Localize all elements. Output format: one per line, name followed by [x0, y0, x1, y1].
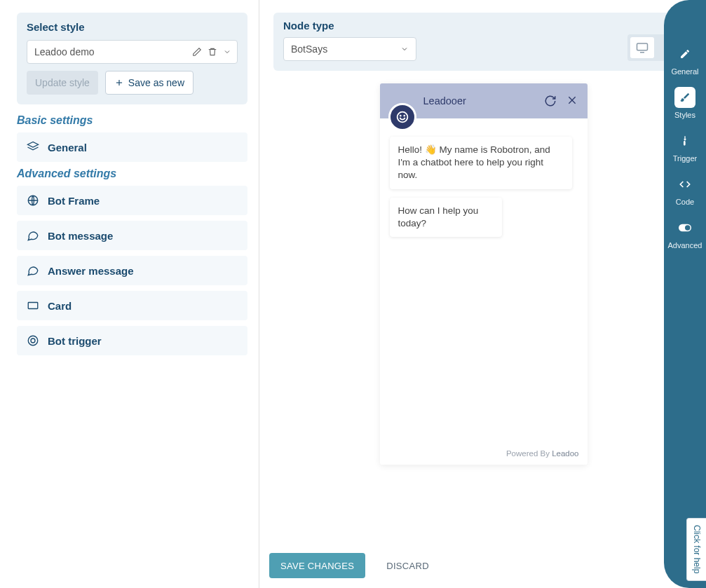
svg-point-15 — [404, 116, 405, 116]
rail-item-styles[interactable]: Styles — [667, 87, 702, 119]
rail-label: Trigger — [673, 154, 697, 163]
svg-rect-7 — [637, 43, 648, 50]
setting-item-label: General — [48, 142, 87, 153]
svg-rect-4 — [28, 303, 38, 309]
setting-item-label: Bot Frame — [48, 195, 100, 207]
setting-item-label: Bot message — [48, 230, 113, 242]
help-tab[interactable]: Click for help — [686, 518, 706, 581]
rail-label: Advanced — [668, 241, 702, 249]
advanced-settings-title: Advanced settings — [17, 167, 247, 180]
node-type-value: BotSays — [291, 43, 327, 55]
toggle-icon — [674, 217, 695, 238]
layers-icon — [25, 141, 41, 153]
rail-item-general[interactable]: General — [667, 43, 702, 76]
close-icon[interactable] — [566, 95, 578, 107]
chevron-down-icon — [400, 45, 409, 53]
rail-item-advanced[interactable]: Advanced — [667, 217, 702, 249]
chat-title: Leadooer — [423, 95, 544, 107]
chevron-down-icon[interactable] — [223, 48, 231, 56]
svg-point-14 — [400, 116, 400, 116]
style-select-value: Leadoo demo — [34, 46, 192, 57]
setting-item-card[interactable]: Card — [17, 291, 247, 320]
refresh-icon[interactable] — [544, 95, 557, 107]
desktop-view-button[interactable] — [630, 37, 654, 58]
node-type-title: Node type — [283, 20, 416, 32]
select-style-title: Select style — [27, 21, 238, 33]
rail-item-code[interactable]: Code — [667, 174, 702, 206]
rail-label: General — [671, 67, 698, 76]
chat-message: How can I help you today? — [390, 198, 502, 237]
pointer-icon — [674, 130, 695, 151]
svg-point-13 — [397, 112, 407, 123]
plus-icon — [114, 78, 124, 88]
select-style-panel: Select style Leadoo demo Upda — [17, 13, 247, 104]
setting-item-general[interactable]: General — [17, 132, 247, 162]
update-style-button: Update style — [27, 71, 98, 95]
rail-item-trigger[interactable]: Trigger — [667, 130, 702, 163]
trash-icon[interactable] — [208, 47, 217, 57]
bottom-actions: SAVE CHANGES DISCARD — [259, 543, 664, 588]
svg-point-17 — [685, 225, 691, 231]
setting-item-bot-message[interactable]: Bot message — [17, 221, 247, 250]
chat-icon — [25, 229, 41, 242]
setting-item-label: Answer message — [48, 265, 134, 277]
node-type-bar: Node type BotSays — [273, 13, 693, 71]
code-icon — [674, 174, 695, 195]
setting-item-answer-message[interactable]: Answer message — [17, 256, 247, 285]
svg-point-6 — [31, 339, 35, 343]
target-icon — [25, 334, 41, 347]
chat-preview: Leadooer Hello! 👋 My name is Rob — [273, 83, 693, 588]
chat-icon — [25, 264, 41, 277]
right-rail: General Styles Trigger Code Advanced — [664, 0, 706, 588]
svg-marker-2 — [28, 142, 39, 148]
powered-by-brand: Leadoo — [552, 449, 578, 458]
chat-footer: Powered By Leadoo — [380, 444, 588, 465]
svg-point-5 — [28, 336, 38, 346]
rail-label: Styles — [674, 111, 695, 119]
save-changes-button[interactable]: SAVE CHANGES — [269, 553, 365, 578]
pencil-icon[interactable] — [192, 47, 202, 57]
chat-body: Hello! 👋 My name is Robotron, and I'm a … — [380, 118, 588, 444]
setting-item-label: Bot trigger — [48, 335, 102, 347]
powered-by-prefix: Powered By — [506, 449, 552, 458]
setting-item-bot-frame[interactable]: Bot Frame — [17, 186, 247, 215]
rail-label: Code — [676, 198, 694, 206]
chat-header: Leadooer — [380, 83, 588, 118]
style-select[interactable]: Leadoo demo — [27, 40, 238, 64]
node-type-select[interactable]: BotSays — [283, 37, 416, 61]
chat-window: Leadooer Hello! 👋 My name is Rob — [380, 83, 588, 465]
save-as-new-button[interactable]: Save as new — [105, 71, 194, 95]
basic-settings-title: Basic settings — [17, 114, 247, 127]
setting-item-label: Card — [48, 300, 72, 312]
globe-icon — [25, 194, 41, 207]
bot-avatar-icon — [388, 103, 416, 131]
paint-icon — [674, 87, 695, 108]
pencil-icon — [674, 43, 695, 64]
card-icon — [25, 299, 41, 312]
chat-message: Hello! 👋 My name is Robotron, and I'm a … — [390, 137, 572, 189]
discard-button[interactable]: DISCARD — [386, 561, 429, 571]
setting-item-bot-trigger[interactable]: Bot trigger — [17, 326, 247, 355]
